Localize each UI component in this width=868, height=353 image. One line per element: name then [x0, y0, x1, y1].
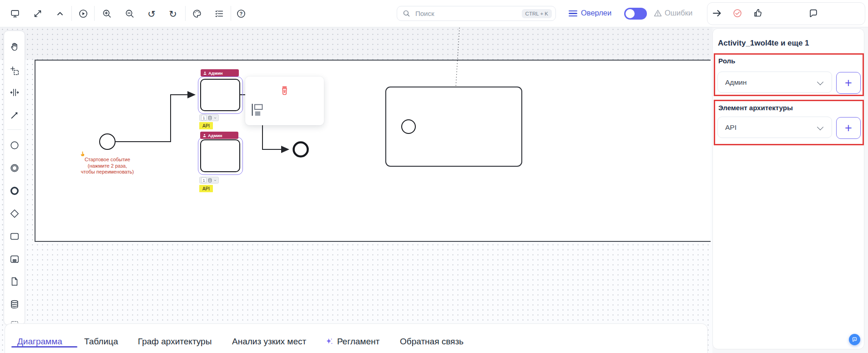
right-action-group [707, 2, 865, 25]
view-tabs: Диаграмма Таблица Граф архитектуры Анали… [5, 323, 708, 353]
chevron-down-icon [213, 179, 217, 182]
lane-icon [251, 103, 264, 117]
role-badge[interactable]: Админ [200, 132, 238, 139]
overlays-menu-icon[interactable] [569, 10, 577, 16]
play-circle-icon [78, 9, 88, 19]
space-tool[interactable] [7, 85, 22, 100]
search-input[interactable] [414, 9, 522, 18]
sequence-flow-1 [115, 95, 195, 142]
task-2[interactable] [200, 139, 240, 172]
errors-label[interactable]: Ошибки [665, 9, 692, 17]
chat-bubble-icon [852, 337, 858, 343]
add-architecture-button[interactable]: + [836, 117, 861, 139]
create-data-object[interactable] [7, 274, 22, 289]
search-shortcut-badge: CTRL + K [522, 9, 552, 18]
tab-table[interactable]: Таблица [84, 337, 118, 347]
architecture-field-highlight: Элемент архитектуры API + [714, 100, 864, 145]
arrow-right-icon [712, 8, 722, 19]
role-field-label: Роль [718, 57, 735, 65]
toolbar-separator [71, 6, 72, 21]
append-lane-button[interactable] [250, 102, 265, 118]
sparkle-icon [325, 338, 333, 346]
connection-tool[interactable] [7, 107, 22, 123]
checklist-button[interactable] [212, 6, 227, 21]
selection-title: Activity_1wol4te и еще 1 [718, 39, 809, 48]
architecture-badge[interactable]: 1 [199, 177, 219, 184]
api-tag[interactable]: API [199, 122, 213, 129]
zoom-out-icon [125, 9, 135, 19]
create-start-event[interactable] [7, 138, 22, 153]
search-icon [403, 10, 410, 17]
approve-button[interactable] [730, 6, 745, 20]
role-field-highlight: Роль Админ + [714, 53, 864, 96]
create-task[interactable] [7, 229, 22, 244]
zoom-out-button[interactable] [122, 6, 137, 21]
comments-button[interactable] [806, 6, 821, 20]
diagram-layer [0, 27, 712, 353]
overlays-toggle[interactable] [624, 8, 647, 20]
role-badge-label: Админ [208, 71, 223, 76]
chat-bubble-icon [808, 8, 818, 18]
hand-tool[interactable] [7, 39, 22, 55]
top-toolbar: ↺ ↻ ? CTRL + K Оверлеи Ошибки [0, 0, 868, 27]
architecture-badge[interactable]: 1 [199, 114, 219, 121]
create-data-store[interactable] [7, 297, 22, 312]
role-select[interactable]: Админ [717, 72, 832, 93]
presentation-mode-button[interactable] [7, 6, 23, 21]
like-button[interactable] [750, 6, 766, 20]
diagram-canvas[interactable]: Админ 1 API Админ 1 API Стартовое событи… [0, 27, 712, 353]
trash-icon [280, 85, 289, 96]
fit-viewport-button[interactable] [30, 6, 45, 21]
share-forward-button[interactable] [709, 6, 725, 20]
tool-palette [4, 31, 25, 325]
start-event [100, 134, 115, 149]
help-icon: ? [236, 9, 246, 19]
tab-feedback[interactable]: Обратная связь [400, 337, 464, 347]
toolbar-separator [94, 6, 95, 21]
support-chat-button[interactable] [849, 334, 860, 345]
toolbar-separator [185, 6, 186, 21]
chevron-down-icon [213, 116, 217, 120]
theme-palette-button[interactable] [189, 6, 205, 21]
toolbar-separator [231, 6, 231, 21]
create-intermediate-event[interactable] [7, 160, 22, 176]
start-event-label[interactable]: Стартовое событие (нажмите 2 раза, чтобы… [80, 151, 135, 175]
svg-text:?: ? [240, 11, 242, 16]
delete-button[interactable] [278, 84, 291, 97]
pointer-hand-icon [80, 151, 85, 157]
collapse-toolbar-button[interactable] [52, 6, 68, 21]
task-1[interactable] [200, 79, 240, 111]
undo-button[interactable]: ↺ [144, 6, 159, 21]
create-end-event[interactable] [7, 183, 22, 199]
play-simulation-button[interactable] [76, 6, 91, 21]
tab-bottleneck-analysis[interactable]: Анализ узких мест [232, 337, 306, 347]
active-tab-underline [11, 346, 77, 348]
lasso-tool[interactable] [7, 63, 22, 78]
chevron-down-icon [817, 79, 823, 85]
overlays-label[interactable]: Оверлеи [581, 9, 611, 17]
chevron-up-icon [56, 9, 65, 18]
end-event [294, 143, 308, 157]
tab-diagram[interactable]: Диаграмма [17, 337, 62, 347]
add-role-button[interactable]: + [836, 72, 861, 94]
chevron-down-icon [817, 124, 823, 130]
architecture-count: 1 [201, 177, 207, 183]
thumbs-up-icon [753, 8, 763, 18]
role-select-value: Админ [725, 78, 747, 87]
checklist-icon [214, 9, 224, 19]
zoom-in-button[interactable] [99, 6, 115, 21]
architecture-select[interactable]: API [717, 117, 832, 138]
search-box[interactable]: CTRL + K [397, 6, 556, 21]
person-icon [202, 133, 207, 138]
api-tag[interactable]: API [199, 185, 213, 192]
architecture-field-label: Элемент архитектуры [718, 104, 793, 112]
tab-architecture-graph[interactable]: Граф архитектуры [138, 337, 212, 347]
warning-icon [653, 9, 662, 18]
role-badge[interactable]: Админ [201, 69, 239, 77]
create-gateway[interactable] [7, 206, 22, 221]
redo-button[interactable]: ↻ [165, 6, 181, 21]
palette-divider [7, 129, 21, 130]
help-button[interactable]: ? [233, 6, 249, 21]
create-subprocess[interactable] [7, 251, 22, 267]
tab-regulation[interactable]: Регламент [325, 337, 379, 347]
